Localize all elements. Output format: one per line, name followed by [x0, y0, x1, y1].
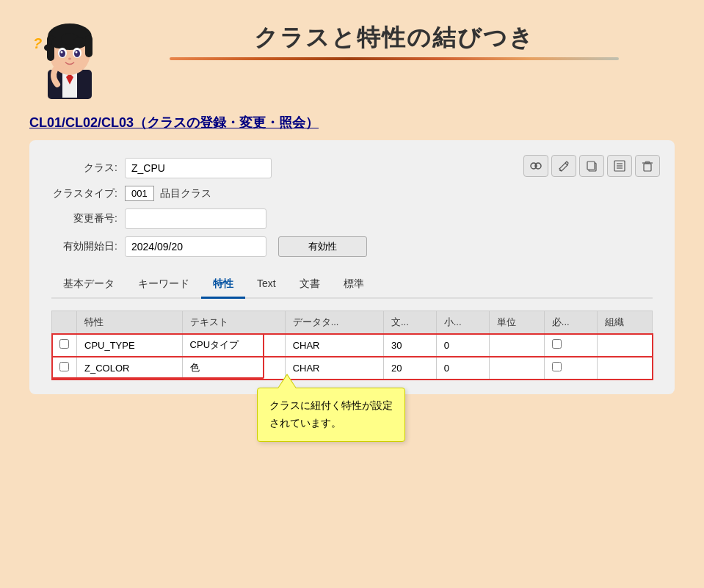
- tab-keyword[interactable]: キーワード: [126, 272, 201, 299]
- callout-arrow: [278, 375, 296, 388]
- svg-rect-32: [645, 161, 650, 163]
- copy-button[interactable]: [579, 155, 604, 177]
- svg-point-10: [73, 37, 86, 48]
- row1-small: 0: [436, 334, 489, 357]
- tab-property[interactable]: 特性: [201, 272, 245, 299]
- edit-button[interactable]: [551, 155, 576, 177]
- page-wrapper: ?: [0, 0, 704, 588]
- class-input[interactable]: [125, 158, 272, 178]
- table-row: Z_COLOR 色 CHAR 20 0: [52, 357, 653, 380]
- row2-org: [597, 357, 652, 380]
- col-header-chars: 文...: [383, 311, 436, 334]
- col-header-required: 必...: [544, 311, 597, 334]
- col-header-org: 組織: [597, 311, 652, 334]
- classtype-desc: 品目クラス: [160, 187, 211, 200]
- export-button[interactable]: [607, 155, 632, 177]
- row1-checkbox-cell: [52, 334, 77, 357]
- attributes-table: 特性 テキスト データタ... 文... 小... 単位 必... 組織: [51, 311, 653, 380]
- row1-property: CPU_TYPE: [77, 334, 183, 357]
- form-row-validstart: 有効開始日: 有効性: [51, 236, 653, 257]
- tab-document[interactable]: 文書: [288, 272, 332, 299]
- svg-rect-7: [85, 35, 92, 57]
- row2-checkbox[interactable]: [59, 362, 69, 371]
- avatar: [29, 15, 110, 99]
- delete-button[interactable]: [635, 155, 660, 177]
- svg-point-15: [74, 50, 80, 57]
- svg-rect-22: [535, 165, 537, 167]
- validstart-input[interactable]: [125, 236, 266, 257]
- table-row: CPU_TYPE CPUタイプ CHAR 30 0: [52, 334, 653, 357]
- row2-small: 0: [436, 357, 489, 380]
- svg-rect-30: [644, 164, 651, 171]
- row2-required: [544, 357, 597, 380]
- svg-point-16: [61, 51, 63, 54]
- row1-required: [544, 334, 597, 357]
- tab-basic[interactable]: 基本データ: [51, 272, 126, 299]
- validity-button[interactable]: 有効性: [278, 236, 367, 257]
- row2-required-check[interactable]: [552, 362, 562, 371]
- row1-chars: 30: [383, 334, 436, 357]
- classtype-label: クラスタイプ:: [51, 187, 125, 200]
- svg-point-17: [76, 51, 78, 54]
- row2-chars: 20: [383, 357, 436, 380]
- col-header-datatype: データタ...: [285, 311, 383, 334]
- validstart-label: 有効開始日:: [51, 240, 125, 253]
- form-row-classtype: クラスタイプ: 001 品目クラス: [51, 186, 653, 201]
- title-area: クラスと特性の結びつき: [114, 15, 675, 60]
- class-label: クラス:: [51, 161, 125, 175]
- row1-datatype: CHAR: [285, 334, 383, 357]
- question-mark-icon: ?: [33, 35, 42, 52]
- title-underline-decoration: [170, 57, 618, 60]
- row1-text: CPUタイプ: [182, 334, 285, 357]
- svg-point-11: [44, 44, 54, 51]
- svg-point-14: [59, 50, 65, 57]
- changenumber-label: 変更番号:: [51, 212, 125, 225]
- row2-text: 色: [182, 357, 285, 380]
- tabs-area: 基本データ キーワード 特性 Text 文書 標準: [51, 272, 653, 299]
- table-container: 特性 テキスト データタ... 文... 小... 単位 必... 組織: [51, 311, 653, 380]
- svg-point-19: [57, 63, 64, 69]
- row2-checkbox-cell: [52, 357, 77, 380]
- col-header-unit: 単位: [489, 311, 544, 334]
- col-header-property: 特性: [77, 311, 183, 334]
- subtitle-link[interactable]: CL01/CL02/CL03（クラスの登録・変更・照会）: [29, 115, 319, 130]
- binoculars-button[interactable]: [523, 155, 548, 177]
- col-header-small: 小...: [436, 311, 489, 334]
- changenumber-input[interactable]: [125, 208, 266, 229]
- form-row-changenumber: 変更番号:: [51, 208, 653, 229]
- header-area: ?: [29, 15, 675, 99]
- row2-property: Z_COLOR: [77, 357, 183, 380]
- tab-standard[interactable]: 標準: [332, 272, 376, 299]
- row1-org: [597, 334, 652, 357]
- subtitle-section: CL01/CL02/CL03（クラスの登録・変更・照会）: [29, 114, 675, 131]
- classtype-badge: 001: [125, 186, 154, 201]
- main-panel: クラス: クラスタイプ: 001 品目クラス 変更番号: 有効開始日: 有効性 …: [29, 140, 675, 394]
- row1-required-check[interactable]: [552, 339, 562, 349]
- svg-rect-25: [587, 161, 595, 170]
- callout: クラスに紐付く特性が設定されています。: [257, 388, 405, 442]
- col-header-text: テキスト: [182, 311, 285, 334]
- avatar-container: ?: [29, 15, 114, 99]
- page-title: クラスと特性の結びつき: [114, 22, 675, 54]
- row2-unit: [489, 357, 544, 380]
- row1-unit: [489, 334, 544, 357]
- row1-checkbox[interactable]: [59, 339, 69, 349]
- toolbar-icons: [523, 155, 660, 177]
- svg-point-18: [68, 58, 71, 60]
- table-header-row: 特性 テキスト データタ... 文... 小... 単位 必... 組織: [52, 311, 653, 334]
- tab-text[interactable]: Text: [245, 272, 288, 299]
- row2-datatype: CHAR: [285, 357, 383, 380]
- callout-text: クラスに紐付く特性が設定されています。: [269, 399, 393, 429]
- col-header-checkbox: [52, 311, 77, 334]
